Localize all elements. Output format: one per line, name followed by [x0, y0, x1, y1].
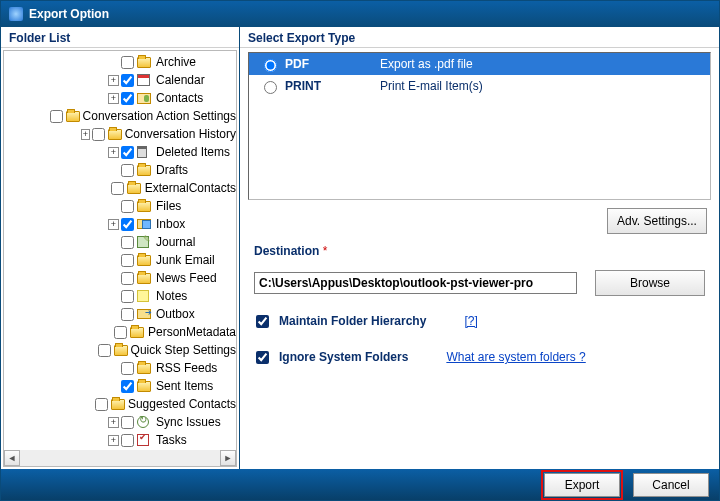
- tree-item[interactable]: Outbox: [4, 305, 236, 323]
- tree-item[interactable]: Drafts: [4, 161, 236, 179]
- tree-item[interactable]: Conversation Action Settings: [4, 107, 236, 125]
- folder-label: ExternalContacts: [145, 181, 236, 195]
- hscrollbar[interactable]: ◄ ►: [4, 450, 236, 466]
- folder-icon: [108, 127, 122, 141]
- folder-icon: [130, 325, 145, 339]
- export-option-desc: Print E-mail Item(s): [380, 79, 483, 93]
- tree-item[interactable]: Sent Items: [4, 377, 236, 395]
- tree-item[interactable]: Notes: [4, 287, 236, 305]
- folder-checkbox[interactable]: [50, 110, 63, 123]
- folder-checkbox[interactable]: [121, 308, 134, 321]
- folder-label: Outbox: [156, 307, 195, 321]
- folder-icon: [137, 253, 153, 267]
- folder-checkbox[interactable]: [121, 200, 134, 213]
- export-option-name: PRINT: [285, 79, 380, 93]
- hierarchy-help-link[interactable]: [?]: [464, 314, 477, 328]
- folder-list-header: Folder List: [1, 27, 239, 48]
- folder-icon: [127, 181, 142, 195]
- folder-label: Calendar: [156, 73, 205, 87]
- folder-checkbox[interactable]: [98, 344, 111, 357]
- folder-label: PersonMetadata: [148, 325, 236, 339]
- export-type-header: Select Export Type: [240, 27, 719, 48]
- folder-label: Deleted Items: [156, 145, 230, 159]
- folder-checkbox[interactable]: [121, 164, 134, 177]
- expand-toggle[interactable]: +: [108, 219, 119, 230]
- note-icon: [137, 289, 153, 303]
- cal-icon: [137, 73, 153, 87]
- tree-item[interactable]: +Contacts: [4, 89, 236, 107]
- folder-checkbox[interactable]: [121, 434, 134, 447]
- export-option-pdf[interactable]: PDFExport as .pdf file: [249, 53, 710, 75]
- folder-label: Contacts: [156, 91, 203, 105]
- folder-label: Archive: [156, 55, 196, 69]
- inbox-icon: [137, 217, 153, 231]
- folder-checkbox[interactable]: [121, 146, 134, 159]
- folder-checkbox[interactable]: [121, 74, 134, 87]
- folder-checkbox[interactable]: [121, 56, 134, 69]
- cancel-button[interactable]: Cancel: [633, 473, 709, 497]
- folder-checkbox[interactable]: [121, 218, 134, 231]
- folder-checkbox[interactable]: [121, 254, 134, 267]
- folder-icon: [137, 271, 153, 285]
- folder-checkbox[interactable]: [121, 416, 134, 429]
- scroll-right-button[interactable]: ►: [220, 450, 236, 466]
- export-radio[interactable]: [264, 59, 277, 72]
- folder-checkbox[interactable]: [121, 92, 134, 105]
- tree-item[interactable]: +Calendar: [4, 71, 236, 89]
- expand-toggle[interactable]: +: [81, 129, 89, 140]
- folder-checkbox[interactable]: [121, 236, 134, 249]
- tree-item[interactable]: News Feed: [4, 269, 236, 287]
- tree-item[interactable]: Archive: [4, 53, 236, 71]
- journal-icon: [137, 235, 153, 249]
- tree-item[interactable]: RSS Feeds: [4, 359, 236, 377]
- tree-item[interactable]: +Tasks: [4, 431, 236, 449]
- folder-checkbox[interactable]: [121, 272, 134, 285]
- destination-input[interactable]: [254, 272, 577, 294]
- folder-label: News Feed: [156, 271, 217, 285]
- export-option-print[interactable]: PRINTPrint E-mail Item(s): [249, 75, 710, 97]
- tree-item[interactable]: Journal: [4, 233, 236, 251]
- folder-label: Sync Issues: [156, 415, 221, 429]
- tree-item[interactable]: Suggested Contacts: [4, 395, 236, 413]
- folder-label: RSS Feeds: [156, 361, 217, 375]
- tree-item[interactable]: +Inbox: [4, 215, 236, 233]
- tree-item[interactable]: PersonMetadata: [4, 323, 236, 341]
- browse-button[interactable]: Browse: [595, 270, 705, 296]
- outbox-icon: [137, 307, 153, 321]
- folder-checkbox[interactable]: [111, 182, 124, 195]
- titlebar: Export Option: [1, 1, 719, 27]
- expand-toggle[interactable]: +: [108, 147, 119, 158]
- export-radio[interactable]: [264, 81, 277, 94]
- maintain-hierarchy-checkbox[interactable]: [256, 315, 269, 328]
- tree-item[interactable]: Files: [4, 197, 236, 215]
- folder-checkbox[interactable]: [95, 398, 108, 411]
- tree-item[interactable]: Junk Email: [4, 251, 236, 269]
- tree-item[interactable]: +Conversation History: [4, 125, 236, 143]
- task-icon: [137, 433, 153, 447]
- folder-label: Files: [156, 199, 181, 213]
- expand-toggle[interactable]: +: [108, 417, 119, 428]
- trash-icon: [137, 145, 153, 159]
- export-type-list: PDFExport as .pdf filePRINTPrint E-mail …: [248, 52, 711, 200]
- expand-toggle[interactable]: +: [108, 435, 119, 446]
- export-option-desc: Export as .pdf file: [380, 57, 473, 71]
- expand-toggle[interactable]: +: [108, 93, 119, 104]
- folder-checkbox[interactable]: [121, 362, 134, 375]
- folder-checkbox[interactable]: [121, 290, 134, 303]
- system-folders-link[interactable]: What are system folders ?: [446, 350, 585, 364]
- folder-label: Notes: [156, 289, 187, 303]
- scroll-left-button[interactable]: ◄: [4, 450, 20, 466]
- tree-item[interactable]: Quick Step Settings: [4, 341, 236, 359]
- folder-checkbox[interactable]: [92, 128, 105, 141]
- tree-item[interactable]: ExternalContacts: [4, 179, 236, 197]
- export-button[interactable]: Export: [544, 473, 620, 497]
- tree-item[interactable]: +Deleted Items: [4, 143, 236, 161]
- expand-toggle[interactable]: +: [108, 75, 119, 86]
- folder-tree: Archive+Calendar+ContactsConversation Ac…: [3, 50, 237, 467]
- ignore-system-checkbox[interactable]: [256, 351, 269, 364]
- folder-checkbox[interactable]: [114, 326, 127, 339]
- destination-label: Destination: [254, 244, 319, 258]
- folder-checkbox[interactable]: [121, 380, 134, 393]
- adv-settings-button[interactable]: Adv. Settings...: [607, 208, 707, 234]
- tree-item[interactable]: +Sync Issues: [4, 413, 236, 431]
